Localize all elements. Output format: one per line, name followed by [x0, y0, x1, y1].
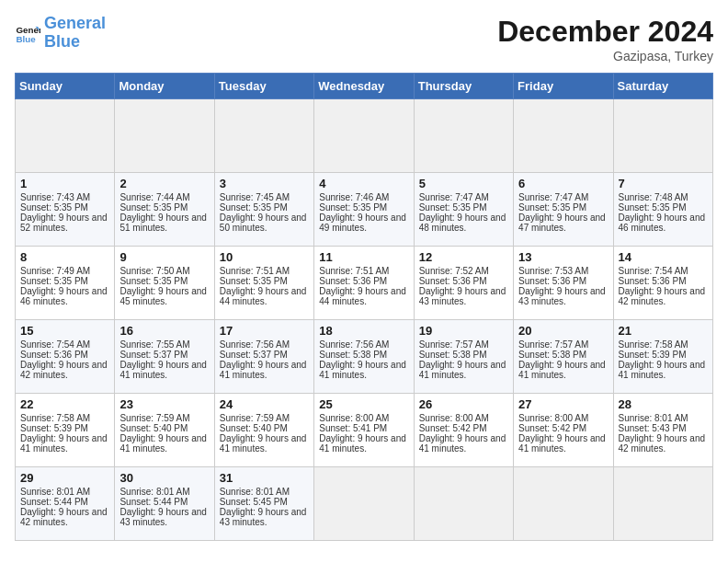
- day-info: Sunrise: 7:58 AMSunset: 5:39 PMDaylight:…: [619, 339, 706, 380]
- day-number: 23: [119, 397, 209, 411]
- day-number: 8: [20, 250, 109, 264]
- calendar-cell: 22Sunrise: 7:58 AMSunset: 5:39 PMDayligh…: [16, 394, 115, 467]
- day-number: 18: [319, 324, 408, 338]
- calendar-week-row: 22Sunrise: 7:58 AMSunset: 5:39 PMDayligh…: [16, 394, 713, 467]
- calendar-cell: 15Sunrise: 7:54 AMSunset: 5:36 PMDayligh…: [16, 320, 115, 394]
- day-number: 19: [419, 324, 508, 338]
- calendar-cell: 28Sunrise: 8:01 AMSunset: 5:43 PMDayligh…: [613, 394, 712, 467]
- calendar-cell: [414, 467, 513, 541]
- month-title: December 2024: [497, 15, 713, 49]
- day-of-week-header: Wednesday: [314, 74, 414, 99]
- day-info: Sunrise: 7:51 AMSunset: 5:36 PMDaylight:…: [319, 266, 406, 306]
- calendar-cell: 16Sunrise: 7:55 AMSunset: 5:37 PMDayligh…: [115, 320, 214, 394]
- calendar-week-row: 15Sunrise: 7:54 AMSunset: 5:36 PMDayligh…: [16, 320, 713, 394]
- day-number: 24: [220, 397, 309, 411]
- day-info: Sunrise: 7:51 AMSunset: 5:35 PMDaylight:…: [220, 266, 307, 306]
- calendar-header-row: SundayMondayTuesdayWednesdayThursdayFrid…: [16, 74, 713, 99]
- calendar-cell: 24Sunrise: 7:59 AMSunset: 5:40 PMDayligh…: [214, 394, 313, 467]
- day-info: Sunrise: 7:43 AMSunset: 5:35 PMDaylight:…: [20, 192, 108, 233]
- day-number: 25: [319, 397, 408, 411]
- day-info: Sunrise: 7:44 AMSunset: 5:35 PMDaylight:…: [119, 192, 207, 233]
- calendar-cell: 20Sunrise: 7:57 AMSunset: 5:38 PMDayligh…: [514, 320, 613, 394]
- calendar-cell: 31Sunrise: 8:01 AMSunset: 5:45 PMDayligh…: [214, 467, 313, 541]
- logo: General Blue General Blue: [15, 15, 106, 52]
- calendar-cell: [214, 99, 313, 173]
- day-info: Sunrise: 8:01 AMSunset: 5:44 PMDaylight:…: [119, 487, 207, 527]
- day-number: 5: [419, 177, 508, 190]
- day-info: Sunrise: 7:45 AMSunset: 5:35 PMDaylight:…: [220, 192, 307, 233]
- calendar-cell: 10Sunrise: 7:51 AMSunset: 5:35 PMDayligh…: [214, 247, 313, 320]
- day-info: Sunrise: 7:57 AMSunset: 5:38 PMDaylight:…: [518, 339, 606, 380]
- calendar-cell: 18Sunrise: 7:56 AMSunset: 5:38 PMDayligh…: [314, 320, 414, 394]
- day-info: Sunrise: 7:59 AMSunset: 5:40 PMDaylight:…: [220, 413, 307, 454]
- day-number: 21: [619, 324, 708, 338]
- location: Gazipasa, Turkey: [497, 49, 713, 63]
- day-info: Sunrise: 7:52 AMSunset: 5:36 PMDaylight:…: [419, 266, 506, 306]
- day-number: 2: [119, 177, 209, 190]
- day-number: 4: [319, 177, 408, 190]
- day-number: 22: [20, 397, 109, 411]
- day-info: Sunrise: 7:57 AMSunset: 5:38 PMDaylight:…: [419, 339, 506, 380]
- calendar-cell: 5Sunrise: 7:47 AMSunset: 5:35 PMDaylight…: [414, 173, 513, 247]
- calendar-cell: 9Sunrise: 7:50 AMSunset: 5:35 PMDaylight…: [115, 247, 214, 320]
- day-number: 11: [319, 250, 408, 264]
- logo-icon: General Blue: [15, 20, 40, 46]
- day-number: 16: [119, 324, 209, 338]
- svg-text:Blue: Blue: [16, 34, 36, 44]
- day-number: 7: [619, 177, 708, 190]
- logo-blue: Blue: [44, 32, 80, 51]
- day-number: 9: [119, 250, 209, 264]
- day-of-week-header: Monday: [115, 74, 214, 99]
- day-number: 10: [220, 250, 309, 264]
- day-of-week-header: Friday: [514, 74, 613, 99]
- day-info: Sunrise: 7:59 AMSunset: 5:40 PMDaylight:…: [119, 413, 207, 454]
- calendar-cell: 7Sunrise: 7:48 AMSunset: 5:35 PMDaylight…: [613, 173, 712, 247]
- day-info: Sunrise: 7:49 AMSunset: 5:35 PMDaylight:…: [20, 266, 108, 306]
- calendar-cell: [613, 467, 712, 541]
- calendar-cell: 4Sunrise: 7:46 AMSunset: 5:35 PMDaylight…: [314, 173, 414, 247]
- day-number: 15: [20, 324, 109, 338]
- day-info: Sunrise: 7:47 AMSunset: 5:35 PMDaylight:…: [419, 192, 506, 233]
- day-of-week-header: Saturday: [613, 74, 712, 99]
- day-number: 28: [619, 397, 708, 411]
- day-number: 12: [419, 250, 508, 264]
- calendar-cell: [314, 99, 414, 173]
- calendar-cell: 13Sunrise: 7:53 AMSunset: 5:36 PMDayligh…: [514, 247, 613, 320]
- day-info: Sunrise: 8:01 AMSunset: 5:43 PMDaylight:…: [619, 413, 706, 454]
- calendar-cell: 3Sunrise: 7:45 AMSunset: 5:35 PMDaylight…: [214, 173, 313, 247]
- day-number: 29: [20, 471, 109, 485]
- calendar-cell: [16, 99, 115, 173]
- calendar-cell: 23Sunrise: 7:59 AMSunset: 5:40 PMDayligh…: [115, 394, 214, 467]
- calendar-cell: 19Sunrise: 7:57 AMSunset: 5:38 PMDayligh…: [414, 320, 513, 394]
- day-info: Sunrise: 7:50 AMSunset: 5:35 PMDaylight:…: [119, 266, 207, 306]
- calendar-cell: 30Sunrise: 8:01 AMSunset: 5:44 PMDayligh…: [115, 467, 214, 541]
- day-number: 31: [220, 471, 309, 485]
- day-number: 17: [220, 324, 309, 338]
- day-number: 13: [518, 250, 608, 264]
- day-info: Sunrise: 7:53 AMSunset: 5:36 PMDaylight:…: [518, 266, 606, 306]
- calendar-cell: 21Sunrise: 7:58 AMSunset: 5:39 PMDayligh…: [613, 320, 712, 394]
- day-info: Sunrise: 7:58 AMSunset: 5:39 PMDaylight:…: [20, 413, 108, 454]
- calendar-cell: [613, 99, 712, 173]
- day-info: Sunrise: 8:00 AMSunset: 5:42 PMDaylight:…: [518, 413, 606, 454]
- day-info: Sunrise: 8:01 AMSunset: 5:45 PMDaylight:…: [220, 487, 307, 527]
- day-number: 27: [518, 397, 608, 411]
- calendar-cell: [314, 467, 414, 541]
- calendar-cell: 29Sunrise: 8:01 AMSunset: 5:44 PMDayligh…: [16, 467, 115, 541]
- day-of-week-header: Thursday: [414, 74, 513, 99]
- day-number: 26: [419, 397, 508, 411]
- title-area: December 2024 Gazipasa, Turkey: [497, 15, 713, 63]
- day-of-week-header: Sunday: [16, 74, 115, 99]
- day-number: 3: [220, 177, 309, 190]
- calendar-cell: 2Sunrise: 7:44 AMSunset: 5:35 PMDaylight…: [115, 173, 214, 247]
- day-info: Sunrise: 7:47 AMSunset: 5:35 PMDaylight:…: [518, 192, 606, 233]
- calendar-week-row: 29Sunrise: 8:01 AMSunset: 5:44 PMDayligh…: [16, 467, 713, 541]
- day-info: Sunrise: 7:54 AMSunset: 5:36 PMDaylight:…: [619, 266, 706, 306]
- calendar-week-row: 8Sunrise: 7:49 AMSunset: 5:35 PMDaylight…: [16, 247, 713, 320]
- logo-general: General: [44, 14, 106, 32]
- calendar-cell: 14Sunrise: 7:54 AMSunset: 5:36 PMDayligh…: [613, 247, 712, 320]
- calendar-cell: 6Sunrise: 7:47 AMSunset: 5:35 PMDaylight…: [514, 173, 613, 247]
- calendar-cell: 25Sunrise: 8:00 AMSunset: 5:41 PMDayligh…: [314, 394, 414, 467]
- calendar-cell: 27Sunrise: 8:00 AMSunset: 5:42 PMDayligh…: [514, 394, 613, 467]
- day-info: Sunrise: 7:56 AMSunset: 5:38 PMDaylight:…: [319, 339, 406, 380]
